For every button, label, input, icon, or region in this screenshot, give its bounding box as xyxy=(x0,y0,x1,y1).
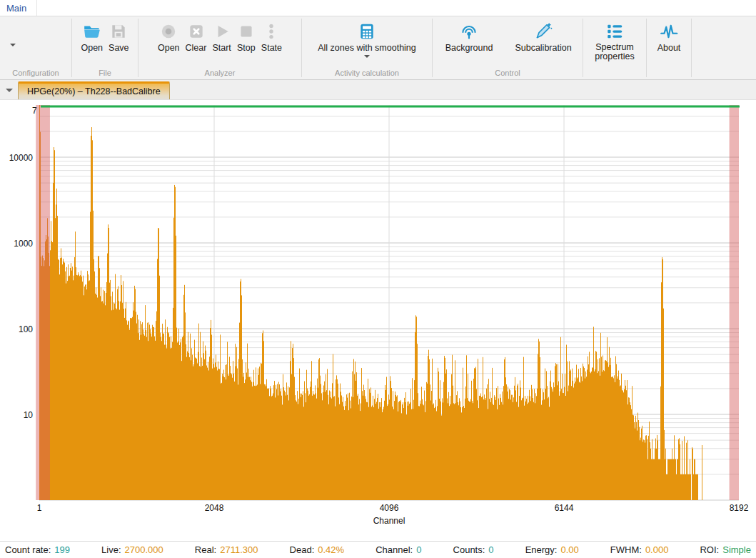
ribbon-group-analyzer: Open Clear Start xyxy=(138,16,301,79)
ribbon-group-file: Open Save File xyxy=(72,16,138,79)
status-live: Live:2700.000 xyxy=(101,544,163,555)
activity-dropdown[interactable] xyxy=(364,55,370,58)
ribbon-group-configuration: Configuration xyxy=(0,16,71,79)
open-button-label: Open xyxy=(81,43,103,53)
save-spectrum-button[interactable]: Save xyxy=(106,22,132,53)
statusbar: Count rate:199 Live:2700.000 Real:2711.3… xyxy=(0,541,756,558)
open-folder-icon xyxy=(83,22,101,41)
open-spectrum-button[interactable]: Open xyxy=(78,22,106,53)
background-label: Background xyxy=(445,43,493,53)
roi-band[interactable] xyxy=(730,105,739,500)
tab-list-dropdown[interactable] xyxy=(6,89,13,92)
analyzer-state-button[interactable]: State xyxy=(258,22,285,53)
spectrum-properties-label: Spectrum properties xyxy=(590,43,640,61)
list-icon xyxy=(605,22,624,41)
ribbon-divider xyxy=(691,19,692,77)
record-circle-icon xyxy=(159,22,178,41)
status-counts: Counts:0 xyxy=(453,544,494,555)
marker-count-label: 7 xyxy=(32,106,37,116)
x-tick-label: 6144 xyxy=(555,503,574,513)
group-label-activity: Activity calculation xyxy=(302,69,432,77)
ribbon-toolbar: Configuration Open xyxy=(0,16,756,80)
status-count-rate: Count rate:199 xyxy=(5,544,70,555)
stop-square-icon xyxy=(237,22,256,41)
broadcast-icon xyxy=(460,22,478,41)
x-tick-label: 4096 xyxy=(380,503,399,513)
analyzer-clear-label: Clear xyxy=(186,43,207,53)
spectrum-chart-area[interactable]: 71010010001000012048409661448192Channel xyxy=(0,100,756,541)
background-button[interactable]: Background xyxy=(433,22,505,53)
status-roi: ROI:Simple xyxy=(700,544,750,555)
ribbon-group-activity: All zones with smoothing Activity calcul… xyxy=(302,16,432,79)
application-window: Main Configuration xyxy=(0,0,756,558)
y-tick-label: 10000 xyxy=(9,153,34,163)
y-tick-label: 100 xyxy=(19,324,33,334)
about-label: About xyxy=(657,43,681,53)
tab-spectrum-active[interactable]: HPGe(20%) – Th228--BadCalibre xyxy=(18,81,170,99)
save-floppy-icon xyxy=(109,22,128,41)
calibration-pencil-icon xyxy=(534,22,553,41)
analyzer-start-label: Start xyxy=(212,43,231,53)
status-fwhm: FWHM:0.000 xyxy=(610,544,669,555)
analyzer-clear-button[interactable]: Clear xyxy=(183,22,210,53)
ribbon-group-control: Background Subcalibration Control xyxy=(433,16,583,79)
menu-tab-main[interactable]: Main xyxy=(0,0,37,16)
activity-mode-button[interactable]: All zones with smoothing xyxy=(315,22,419,58)
group-label-file: File xyxy=(72,69,138,77)
group-label-control: Control xyxy=(433,69,583,77)
status-dead: Dead:0.42% xyxy=(290,544,345,555)
analyzer-stop-button[interactable]: Stop xyxy=(234,22,258,53)
subcalibration-button[interactable]: Subcalibration xyxy=(505,22,582,53)
clear-x-icon xyxy=(187,22,206,41)
status-channel: Channel:0 xyxy=(376,544,421,555)
analyzer-open-button[interactable]: Open xyxy=(155,22,183,53)
activity-mode-label: All zones with smoothing xyxy=(318,43,416,53)
spectrum-tabstrip: HPGe(20%) – Th228--BadCalibre xyxy=(0,80,756,100)
x-axis-title: Channel xyxy=(373,516,405,526)
x-tick-label: 2048 xyxy=(205,503,224,513)
analyzer-open-label: Open xyxy=(158,43,180,53)
x-tick-label: 8192 xyxy=(730,503,749,513)
roi-band[interactable] xyxy=(36,105,50,500)
spectrum-plot[interactable]: 71010010001000012048409661448192Channel xyxy=(0,100,756,541)
play-icon xyxy=(213,22,231,41)
group-label-configuration: Configuration xyxy=(0,69,71,77)
spectrum-properties-button[interactable]: Spectrum properties xyxy=(587,22,642,61)
configuration-dropdown[interactable] xyxy=(10,44,16,46)
calculator-icon xyxy=(358,22,376,41)
status-real: Real:2711.300 xyxy=(195,544,258,555)
status-energy: Energy:0.00 xyxy=(525,544,579,555)
save-button-label: Save xyxy=(109,43,129,53)
analyzer-state-label: State xyxy=(261,43,282,53)
y-tick-label: 1000 xyxy=(14,239,33,249)
ribbon-group-spectrum-properties: Spectrum properties xyxy=(583,16,646,79)
analyzer-stop-label: Stop xyxy=(237,43,256,53)
subcalibration-label: Subcalibration xyxy=(515,43,571,53)
vertical-dots-icon xyxy=(262,22,281,41)
analyzer-start-button[interactable]: Start xyxy=(209,22,233,53)
ribbon-group-about: About xyxy=(647,16,691,79)
group-label-analyzer: Analyzer xyxy=(138,69,301,77)
menubar: Main xyxy=(0,0,756,16)
waveform-icon xyxy=(660,22,678,41)
x-tick-label: 1 xyxy=(37,503,42,513)
y-tick-label: 10 xyxy=(24,410,34,420)
about-button[interactable]: About xyxy=(655,22,684,53)
